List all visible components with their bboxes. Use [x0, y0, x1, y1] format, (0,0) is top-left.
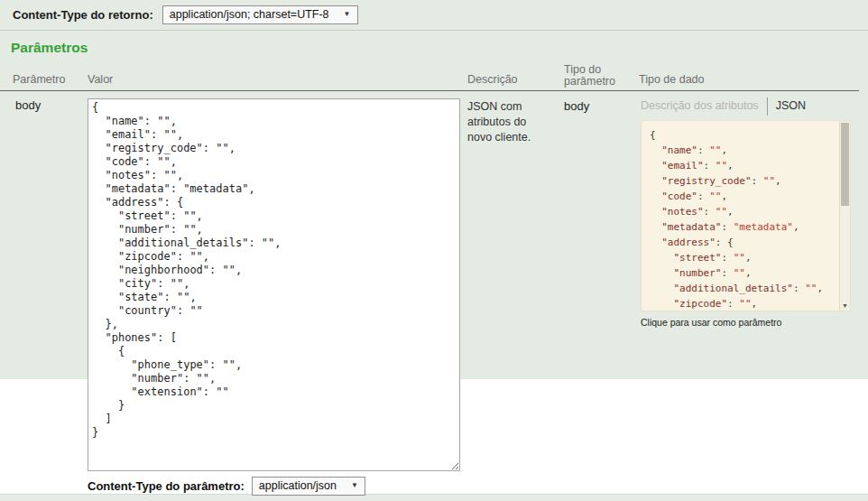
column-header-tipo-de-dado: Tipo de dado: [639, 73, 705, 86]
scroll-down-icon[interactable]: ▼: [840, 302, 850, 309]
preview-hint: Clique para usar como parâmetro: [641, 317, 781, 328]
param-type-value: body: [564, 99, 589, 113]
return-content-type-select[interactable]: application/json; charset=UTF-8 ▼: [162, 5, 358, 24]
column-header-tipo-do-parametro: Tipo do parâmetro: [564, 64, 631, 88]
json-example-preview[interactable]: { "name": "", "email": "", "registry_cod…: [641, 120, 851, 311]
param-description: JSON com atributos do novo cliente.: [467, 99, 552, 145]
scrollbar-thumb[interactable]: [841, 123, 849, 206]
chevron-down-icon: ▼: [351, 482, 358, 489]
chevron-down-icon: ▼: [344, 11, 351, 18]
body-param-input[interactable]: { "name": "", "email": "", "registry_cod…: [88, 98, 460, 471]
return-content-type-label: Content-Type do retorno:: [13, 8, 153, 22]
parameters-table-header: Parâmetro Valor Descrição Tipo do parâme…: [0, 63, 859, 91]
tab-json[interactable]: JSON: [767, 97, 811, 116]
return-content-type-bar: Content-Type do retorno: application/jso…: [0, 0, 868, 31]
param-content-type-select[interactable]: application/json ▼: [252, 477, 365, 496]
page-title: Parâmetros: [11, 40, 88, 56]
select-value: application/json: [259, 479, 337, 492]
preview-scrollbar[interactable]: ▼: [839, 121, 850, 311]
select-value: application/json; charset=UTF-8: [170, 8, 329, 21]
api-parameters-panel: Content-Type do retorno: application/jso…: [0, 0, 868, 501]
json-preview-code: { "name": "", "email": "", "registry_cod…: [642, 121, 850, 311]
param-content-type-label: Content-Type do parâmetro:: [88, 479, 245, 493]
data-type-tabs: Descrição dos atributos JSON: [641, 97, 811, 116]
column-header-descricao: Descrição: [467, 73, 518, 86]
column-header-valor: Valor: [88, 73, 113, 86]
tab-descricao-dos-atributos[interactable]: Descrição dos atributos: [641, 97, 767, 116]
param-name-body: body: [15, 98, 41, 112]
column-header-parametro: Parâmetro: [13, 73, 65, 86]
param-content-type-row: Content-Type do parâmetro: application/j…: [88, 477, 365, 496]
